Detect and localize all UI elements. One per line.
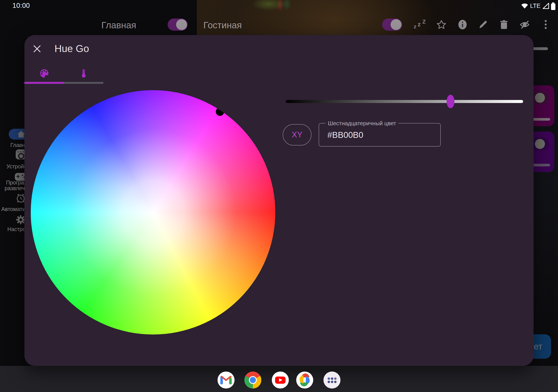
battery-icon (551, 3, 555, 10)
youtube-icon[interactable] (272, 372, 289, 389)
dialog-title: Hue Go (54, 43, 89, 54)
battery-nub (552, 2, 554, 4)
color-wheel[interactable] (31, 90, 275, 334)
home-icon[interactable] (17, 130, 26, 138)
info-icon[interactable] (457, 19, 468, 30)
clock: 10:00 (12, 2, 30, 9)
light-card-2-toggle-thumb (535, 139, 545, 149)
gmail-icon[interactable] (218, 372, 235, 389)
close-x-icon[interactable] (33, 44, 42, 53)
chrome-icon[interactable] (244, 372, 261, 389)
brightness-slider[interactable] (286, 100, 523, 103)
inactive-tab-underline (64, 82, 103, 84)
star-icon[interactable] (436, 19, 447, 30)
light-card-1-toggle-thumb (535, 93, 545, 103)
tab-color-picker[interactable] (24, 65, 64, 82)
trash-icon[interactable] (499, 19, 509, 30)
home-toggle[interactable] (168, 18, 188, 31)
brightness-slider-thumb[interactable] (447, 95, 454, 108)
hex-color-input[interactable] (327, 123, 432, 146)
xy-mode-button-label: XY (292, 130, 302, 139)
wifi-icon (521, 3, 528, 9)
edit-pencil-icon[interactable] (478, 19, 488, 30)
sleep-zzz-icon[interactable]: z z Z (414, 19, 424, 29)
photos-icon[interactable] (296, 372, 313, 389)
room-tab-label[interactable]: Гостиная (203, 20, 242, 31)
kebab-menu-icon[interactable] (545, 20, 547, 29)
tab-color-temperature[interactable] (64, 65, 103, 82)
signal-icon (542, 3, 549, 9)
xy-mode-button[interactable]: XY (283, 124, 312, 145)
eye-off-icon[interactable] (519, 19, 530, 30)
active-tab-underline (24, 82, 64, 84)
network-type-label: LTE (530, 3, 541, 9)
app-drawer-icon[interactable] (323, 372, 340, 389)
thermometer-icon (79, 68, 89, 78)
room-toggle[interactable] (382, 18, 402, 31)
home-toggle-thumb (176, 19, 187, 30)
room-toggle-thumb (391, 19, 401, 30)
hex-field-label: Шестнадцатеричный цвет (326, 120, 398, 127)
home-tab-label[interactable]: Главная (101, 20, 136, 31)
palette-icon (39, 68, 49, 78)
